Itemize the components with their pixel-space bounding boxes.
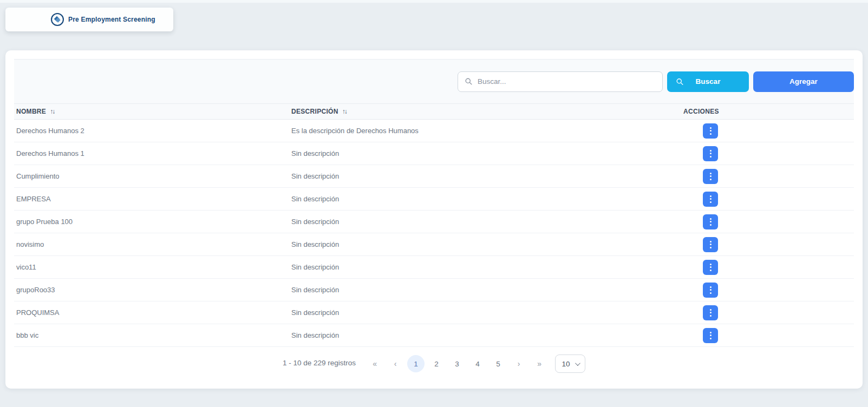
cell-acciones [681,123,854,139]
vertical-ellipsis-icon [710,266,712,268]
prev-page-button[interactable]: ‹ [385,355,406,372]
row-actions-button[interactable] [703,305,718,320]
vertical-ellipsis-icon [710,198,712,200]
table-row: CumplimientoSin descripción [14,165,854,188]
chevron-down-icon [575,360,580,366]
vertical-ellipsis-icon [710,156,712,157]
cell-acciones [681,146,854,161]
vertical-ellipsis-icon [710,244,712,245]
vertical-ellipsis-icon [710,338,712,339]
search-box[interactable] [458,71,663,92]
page-top-strip [0,0,868,3]
vertical-ellipsis-icon [710,127,712,129]
cell-descripcion: Sin descripción [289,331,681,339]
vertical-ellipsis-icon [710,130,712,132]
column-header-descripcion[interactable]: DESCRIPCIÓN ↑↓ [289,108,681,115]
vertical-ellipsis-icon [710,289,712,291]
cell-nombre: grupoRoo33 [14,286,289,294]
brand-card[interactable]: Pre Employment Screening [5,8,173,31]
vertical-ellipsis-icon [710,309,712,311]
table-row: Derechos Humanos 2Es la descripción de D… [14,120,854,142]
cell-nombre: novisimo [14,240,289,248]
vertical-ellipsis-icon [710,312,712,313]
sort-icon[interactable]: ↑↓ [50,108,54,115]
column-header-nombre[interactable]: NOMBRE ↑↓ [14,108,289,115]
pagination-bar: 1 - 10 de 229 registros « ‹ 12345 › » 10 [14,347,854,389]
brand-logo-icon [50,12,64,27]
cell-nombre: Derechos Humanos 2 [14,127,289,135]
table-row: PROQUIMSASin descripción [14,301,854,324]
row-actions-button[interactable] [703,283,718,298]
cell-descripcion: Sin descripción [289,308,681,317]
vertical-ellipsis-icon [710,334,712,336]
row-actions-button[interactable] [703,260,718,275]
cell-nombre: bbb vic [14,331,289,339]
cell-descripcion: Es la descripción de Derechos Humanos [289,127,681,135]
cell-nombre: EMPRESA [14,195,289,203]
row-actions-button[interactable] [703,328,718,343]
content-card: Buscar Agregar NOMBRE ↑↓ DESCRIPCIÓN ↑↓ … [5,50,863,389]
cell-nombre: Cumplimiento [14,172,289,180]
cell-acciones [681,169,854,184]
page-button-1[interactable]: 1 [407,355,425,372]
table-row: EMPRESASin descripción [14,188,854,211]
row-actions-button[interactable] [703,169,718,184]
search-button-label: Buscar [696,77,721,86]
vertical-ellipsis-icon [710,201,712,203]
cell-descripcion: Sin descripción [289,172,681,180]
search-input[interactable] [478,72,656,91]
vertical-ellipsis-icon [710,221,712,222]
first-page-button[interactable]: « [364,355,385,372]
search-button-icon [676,77,684,86]
cell-descripcion: Sin descripción [289,286,681,294]
cell-descripcion: Sin descripción [289,218,681,226]
table-row: grupo Prueba 100Sin descripción [14,211,854,233]
page-list: 12345 [406,355,508,372]
table-header: NOMBRE ↑↓ DESCRIPCIÓN ↑↓ ACCIONES [14,104,854,120]
pager: « ‹ 12345 › » 10 [364,355,585,373]
toolbar: Buscar Agregar [14,59,854,104]
vertical-ellipsis-icon [710,195,712,197]
page-size-select[interactable]: 10 [555,355,585,373]
cell-acciones [681,260,854,275]
search-button[interactable]: Buscar [667,71,749,92]
vertical-ellipsis-icon [710,150,712,152]
page-button-5[interactable]: 5 [488,355,508,372]
vertical-ellipsis-icon [710,270,712,271]
page-button-2[interactable]: 2 [426,355,447,372]
row-actions-button[interactable] [703,192,718,207]
cell-nombre: grupo Prueba 100 [14,218,289,226]
row-actions-button[interactable] [703,214,718,229]
cell-descripcion: Sin descripción [289,195,681,203]
row-actions-button[interactable] [703,146,718,161]
row-actions-button[interactable] [703,237,718,252]
cell-nombre: vico11 [14,263,289,271]
cell-acciones [681,328,854,343]
cell-descripcion: Sin descripción [289,263,681,271]
table-row: novisimoSin descripción [14,233,854,256]
table-row: vico11Sin descripción [14,256,854,279]
cell-nombre: PROQUIMSA [14,308,289,317]
next-page-button[interactable]: › [508,355,529,372]
add-button-label: Agregar [789,77,818,86]
cell-acciones [681,305,854,320]
vertical-ellipsis-icon [710,179,712,180]
brand-title: Pre Employment Screening [68,16,155,23]
vertical-ellipsis-icon [710,224,712,226]
table-row: grupoRoo33Sin descripción [14,279,854,301]
vertical-ellipsis-icon [710,332,712,333]
column-label: NOMBRE [16,108,46,115]
last-page-button[interactable]: » [529,355,550,372]
column-header-acciones: ACCIONES [681,108,854,115]
page-button-3[interactable]: 3 [447,355,467,372]
vertical-ellipsis-icon [710,133,712,135]
page-button-4[interactable]: 4 [467,355,488,372]
table-row: Derechos Humanos 1Sin descripción [14,142,854,165]
sort-icon[interactable]: ↑↓ [342,108,347,115]
page-size-value: 10 [562,360,570,368]
row-actions-button[interactable] [703,123,718,139]
add-button[interactable]: Agregar [753,71,854,92]
vertical-ellipsis-icon [710,175,712,177]
cell-acciones [681,192,854,207]
pagination-summary: 1 - 10 de 229 registros [283,355,356,372]
